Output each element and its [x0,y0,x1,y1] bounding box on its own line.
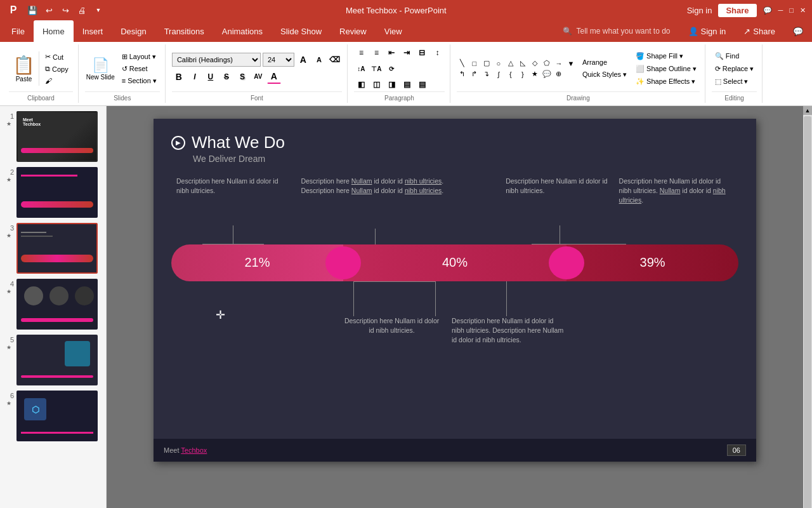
shape-outline-button[interactable]: ⬜ Shape Outline ▾ [632,64,700,74]
print-button[interactable]: 🖨 [75,3,89,17]
shape-rounded-rect[interactable]: ▢ [481,58,492,69]
comment-ribbon[interactable]: 💬 [784,20,812,42]
font-color-button[interactable]: A [267,70,281,84]
maximize-button[interactable]: □ [789,6,794,14]
tab-review[interactable]: Review [331,20,376,42]
reset-button[interactable]: ↺ Reset [119,64,160,74]
layout-button[interactable]: ⊞ Layout ▾ [119,51,160,62]
scroll-thumb[interactable] [804,116,811,508]
align-left-button[interactable]: ◧ [354,77,368,91]
share-ribbon[interactable]: ↗ Share [735,20,784,42]
font-family-select[interactable]: Calibri (Headings) [172,53,261,67]
new-slide-button[interactable]: 📄 New Slide [85,56,116,82]
tab-slideshow[interactable]: Slide Show [272,20,331,42]
section-button[interactable]: ≡ Section ▾ [119,76,160,86]
slide-item-4[interactable]: 4 ★ [4,279,102,330]
cut-button[interactable]: ✂ Cut [42,51,72,62]
tell-me-input[interactable]: 🔍 Tell me what you want to do [554,20,679,42]
shape-arrow4[interactable]: ↴ [481,69,492,79]
justify-button[interactable]: ▤ [400,77,414,91]
replace-button[interactable]: ⟳ Replace ▾ [712,64,757,74]
arrange-button[interactable]: Arrange [579,57,630,67]
clear-format-button[interactable]: ⌫ [328,53,342,67]
numbering-button[interactable]: ≡ [369,46,383,60]
share-button[interactable]: Share [718,4,756,17]
slide-thumb-4[interactable] [16,279,98,330]
quick-styles-button[interactable]: Quick Styles ▾ [579,69,630,80]
bullets-button[interactable]: ≡ [354,46,368,60]
slide-canvas[interactable]: ▶ What We Do We Deliver Dream Descriptio… [154,119,756,462]
slide-thumb-2[interactable] [16,167,98,218]
align-text-button[interactable]: ⊤A [369,62,383,76]
slide-item-6[interactable]: 6 ★ ⬡ [4,391,102,441]
char-spacing-button[interactable]: AV [251,70,265,84]
redo-button[interactable]: ↪ [58,3,72,17]
slide-item-3[interactable]: 3 ★ [4,223,102,274]
font-size-select[interactable]: 24 [263,53,294,67]
tab-design[interactable]: Design [112,20,155,42]
font-shrink-button[interactable]: A [312,53,326,67]
slide-thumb-1[interactable]: MeetTechbox [16,111,98,162]
save-button[interactable]: 💾 [25,3,39,17]
slide-item-5[interactable]: 5 ★ [4,335,102,385]
copy-button[interactable]: ⧉ Copy [42,64,72,74]
format-painter-button[interactable]: 🖌 [42,76,72,86]
tab-view[interactable]: View [376,20,411,42]
slide-item-1[interactable]: 1 ★ MeetTechbox [4,111,102,162]
tab-animations[interactable]: Animations [213,20,272,42]
sign-in-button[interactable]: Sign in [687,6,712,15]
close-button[interactable]: ✕ [800,6,806,15]
scroll-up-button[interactable]: ▲ [803,106,812,115]
align-center-button[interactable]: ◫ [369,77,383,91]
font-grow-button[interactable]: A [296,53,310,67]
bold-button[interactable]: B [172,70,186,84]
tab-file[interactable]: File [3,20,34,42]
paste-button[interactable]: 📋 Paste [9,51,39,86]
customize-qat-button[interactable]: ▼ [91,3,105,17]
shape-arrow[interactable]: → [553,58,565,69]
line-spacing-button[interactable]: ↕ [430,46,444,60]
shape-curve[interactable]: ∫ [493,69,504,79]
shape-brace[interactable]: { [505,69,516,79]
smartart-button[interactable]: ⟳ [384,62,398,76]
undo-button[interactable]: ↩ [42,3,56,17]
tab-home[interactable]: Home [34,20,74,42]
shape-line[interactable]: ╲ [457,58,468,69]
shape-star[interactable]: ★ [529,69,540,79]
shape-rt-triangle[interactable]: ◺ [517,58,528,69]
decrease-indent-button[interactable]: ⇤ [384,46,398,60]
shape-effects-button[interactable]: ✨ Shape Effects ▾ [632,76,700,87]
shadow-button[interactable]: S [235,70,249,84]
find-button[interactable]: 🔍 Find [712,51,757,62]
slide-thumb-6[interactable]: ⬡ [16,391,98,441]
align-justify-button[interactable]: ▤ [415,77,429,91]
shape-callout[interactable]: 💬 [541,69,553,79]
shape-pentagon[interactable]: ⬠ [541,58,553,69]
shape-brace2[interactable]: } [517,69,528,79]
strikethrough-button[interactable]: S [219,70,233,84]
underline-button[interactable]: U [204,70,218,84]
slide-panel[interactable]: 1 ★ MeetTechbox 2 ★ 3 ★ [0,106,107,508]
select-button[interactable]: ⬚ Select ▾ [712,76,757,87]
increase-indent-button[interactable]: ⇥ [400,46,414,60]
shape-more[interactable]: ▼ [565,58,577,69]
vertical-scrollbar[interactable]: ▲ ▼ [803,106,812,508]
shape-arrow3[interactable]: ↱ [469,69,480,79]
align-right-button[interactable]: ◨ [384,77,398,91]
shape-fill-button[interactable]: 🪣 Shape Fill ▾ [632,51,700,62]
comment-button[interactable]: 💬 [763,6,772,15]
slide-thumb-3[interactable] [16,223,98,274]
shape-oval[interactable]: ○ [493,58,504,69]
shape-rect[interactable]: □ [469,58,480,69]
shape-diamond[interactable]: ◇ [529,58,540,69]
columns-button[interactable]: ⊟ [415,46,429,60]
shape-arrow2[interactable]: ↰ [457,69,468,79]
slide-item-2[interactable]: 2 ★ [4,167,102,218]
tab-insert[interactable]: Insert [74,20,112,42]
italic-button[interactable]: I [188,70,202,84]
slide-thumb-5[interactable] [16,335,98,385]
minimize-button[interactable]: ─ [778,6,783,14]
shape-custom[interactable]: ⊕ [553,69,565,79]
tab-transitions[interactable]: Transitions [155,20,213,42]
shape-triangle[interactable]: △ [505,58,516,69]
